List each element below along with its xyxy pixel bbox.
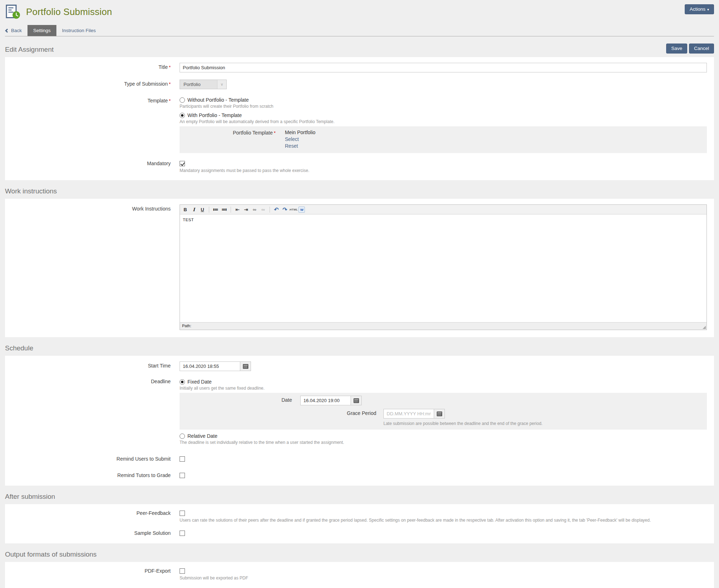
toolbar-separator (270, 207, 270, 213)
underline-icon[interactable]: U (198, 206, 206, 213)
reset-link[interactable]: Reset (285, 143, 316, 149)
title-wrap: Portfolio Submission (5, 4, 112, 19)
link-icon[interactable]: ∞ (251, 206, 258, 213)
type-of-submission-select[interactable]: Portfolio ∨ (180, 80, 227, 89)
start-time-input[interactable] (180, 361, 240, 371)
editor-status-bar: Path: (180, 322, 707, 330)
fixed-date-byline: Initially all users get the same fixed d… (180, 386, 707, 391)
work-instructions-row: Work Instructions B I U ≔ ≕ ⇤ ⇥ ∞ ∞ ↶ (5, 204, 714, 330)
section-title: After submission (5, 493, 55, 501)
date-label: Date (180, 396, 300, 405)
section-body-output-formats: PDF-Export Submission will be exported a… (5, 562, 714, 588)
undo-icon[interactable]: ↶ (272, 206, 280, 213)
numbered-list-icon[interactable]: ≕ (220, 206, 228, 213)
section-head-schedule: Schedule (0, 337, 719, 356)
peer-feedback-checkbox[interactable] (180, 511, 185, 516)
with-template-byline: An empty Portfolio will be automatically… (180, 119, 707, 124)
tab-bar: Back Settings Instruction Files (5, 25, 714, 36)
type-label: Type of Submission (124, 81, 168, 87)
date-calendar-button[interactable] (351, 396, 362, 405)
peer-feedback-row: Peer-Feedback Users can rate the solutio… (5, 510, 714, 523)
rich-text-editor: B I U ≔ ≕ ⇤ ⇥ ∞ ∞ ↶ ↷ HTML W T (180, 204, 707, 330)
mandatory-row: Mandatory Mandatory assignments must be … (5, 160, 714, 173)
title-input[interactable] (180, 63, 707, 72)
deadline-label: Deadline (151, 379, 171, 384)
calendar-icon (353, 398, 359, 403)
indent-icon[interactable]: ⇥ (242, 206, 250, 213)
section-title: Work instructions (5, 187, 57, 195)
relative-date-byline: The deadline is set individually relativ… (180, 440, 707, 445)
mandatory-checkbox[interactable] (180, 161, 185, 166)
redo-icon[interactable]: ↷ (281, 206, 289, 213)
tab-instruction-files[interactable]: Instruction Files (56, 25, 102, 36)
cancel-button[interactable]: Cancel (689, 44, 714, 54)
remind-users-row: Remind Users to Submit (5, 456, 714, 462)
actions-button[interactable]: Actions▾ (685, 4, 714, 14)
pdf-export-row: PDF-Export Submission will be exported a… (5, 568, 714, 581)
pdf-export-byline: Submission will be exported as PDF (180, 576, 707, 581)
resize-handle-icon[interactable] (703, 326, 706, 329)
fixed-date-label[interactable]: Fixed Date (187, 379, 212, 385)
assignment-icon (5, 4, 21, 19)
unlink-icon[interactable]: ∞ (259, 206, 267, 213)
template-row: Template* Without Portfolio - Template P… (5, 96, 714, 153)
mandatory-byline: Mandatory assignments must be passed to … (180, 168, 707, 173)
italic-icon[interactable]: I (190, 206, 198, 213)
section-head-after-submission: After submission (0, 486, 719, 504)
deadline-option-fixed: Fixed Date (180, 379, 707, 385)
bold-icon[interactable]: B (181, 206, 189, 213)
portfolio-template-value: Mein Portfolio (285, 129, 316, 136)
tab-settings[interactable]: Settings (27, 25, 56, 36)
pdf-export-checkbox[interactable] (180, 568, 185, 574)
without-template-radio[interactable] (180, 97, 185, 103)
remind-users-checkbox[interactable] (180, 456, 185, 462)
section-body-after-submission: Peer-Feedback Users can rate the solutio… (5, 504, 714, 543)
title-label: Title (159, 64, 168, 70)
select-link[interactable]: Select (285, 136, 316, 143)
paste-from-word-icon[interactable]: W (298, 207, 305, 213)
deadline-option-relative: Relative Date (180, 433, 707, 439)
start-time-calendar-button[interactable] (240, 361, 251, 371)
without-template-label[interactable]: Without Portfolio - Template (187, 97, 249, 103)
caret-down-icon: ▾ (707, 7, 709, 11)
portfolio-template-label: Portfolio Template (233, 130, 273, 136)
grace-period-label: Grace Period (180, 409, 383, 426)
without-template-byline: Participants will create their Portfolio… (180, 104, 707, 109)
grace-period-subrow: Grace Period La (180, 409, 707, 426)
with-template-label[interactable]: With Portfolio - Template (187, 112, 242, 118)
start-time-row: Start Time (5, 361, 714, 371)
html-source-icon[interactable]: HTML (290, 206, 298, 213)
outdent-icon[interactable]: ⇤ (233, 206, 241, 213)
calendar-icon (243, 364, 248, 369)
bullet-list-icon[interactable]: ≔ (212, 206, 220, 213)
section-head-edit-assignment: Edit Assignment Save Cancel (0, 36, 719, 57)
toolbar-separator (231, 207, 231, 213)
sample-solution-checkbox[interactable] (180, 531, 185, 536)
work-instructions-label: Work Instructions (132, 206, 171, 212)
relative-date-radio[interactable] (180, 434, 185, 439)
section-head-work-instructions: Work instructions (0, 180, 719, 199)
chevron-down-icon: ∨ (217, 80, 226, 89)
fixed-date-radio[interactable] (180, 379, 185, 385)
template-label: Template (147, 98, 168, 103)
required-asterisk: * (169, 65, 171, 70)
editor-toolbar: B I U ≔ ≕ ⇤ ⇥ ∞ ∞ ↶ ↷ HTML W (180, 205, 707, 214)
remind-tutors-checkbox[interactable] (180, 473, 185, 478)
grace-period-input[interactable] (383, 409, 434, 419)
page-title: Portfolio Submission (26, 6, 112, 17)
relative-date-label[interactable]: Relative Date (187, 433, 217, 439)
section-body-schedule: Start Time Deadline Fixed Date Init (5, 356, 714, 486)
required-asterisk: * (169, 81, 171, 87)
back-link[interactable]: Back (5, 25, 27, 36)
sample-solution-row: Sample Solution (5, 530, 714, 536)
editor-content[interactable]: TEST (180, 214, 707, 322)
deadline-row: Deadline Fixed Date Initially all users … (5, 378, 714, 448)
with-template-radio[interactable] (180, 113, 185, 118)
grace-period-calendar-button[interactable] (434, 409, 445, 419)
date-input[interactable] (300, 396, 351, 405)
section-body-edit-assignment: Title* Type of Submission* Portfolio ∨ T… (5, 57, 714, 180)
save-button[interactable]: Save (666, 44, 687, 54)
selected-value: Portfolio (180, 82, 217, 87)
fixed-date-panel: Date Grace Period (180, 393, 707, 430)
template-option-with: With Portfolio - Template (180, 112, 707, 118)
